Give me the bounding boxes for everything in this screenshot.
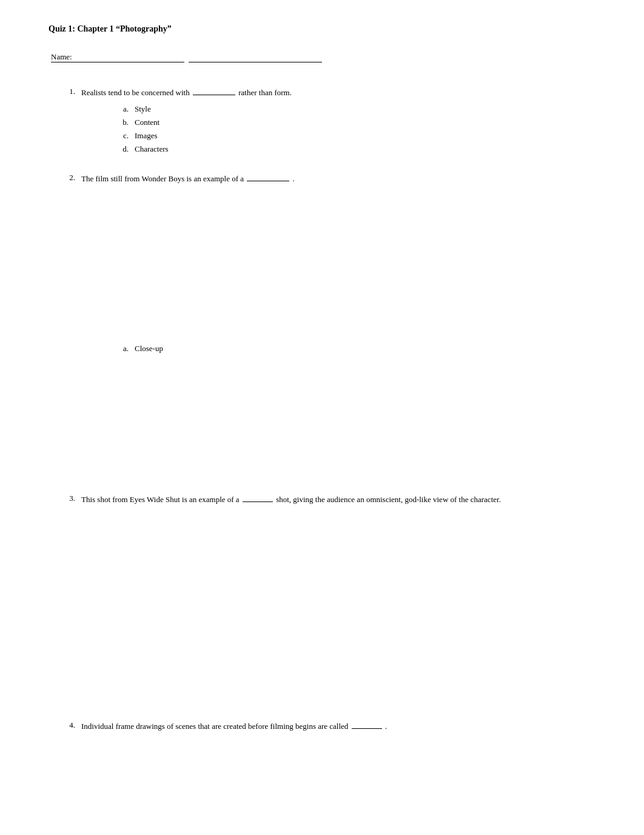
q1-option-c-text: Images [135, 129, 158, 143]
question-2-number: 2. [61, 173, 75, 356]
q1-option-a: a. Style [118, 102, 595, 116]
q2-options: a. Close-up [118, 342, 595, 355]
q1-option-c-letter: c. [118, 129, 129, 143]
q2-q3-spacer [61, 372, 595, 494]
q2-image-space [81, 188, 595, 340]
q1-option-b: b. Content [118, 116, 595, 129]
q1-option-d: d. Characters [118, 143, 595, 156]
q2-blank [247, 181, 289, 181]
question-3-text: This shot from Eyes Wide Shut is an exam… [81, 494, 595, 506]
q1-text-before: Realists tend to be concerned with [81, 88, 190, 97]
q4-text-after: . [385, 722, 387, 731]
q1-option-a-text: Style [135, 102, 151, 116]
name-field: Name: [49, 52, 595, 62]
q2-text-before: The film still from Wonder Boys is an ex… [81, 174, 244, 183]
question-4-body: Individual frame drawings of scenes that… [81, 720, 595, 736]
page-title: Quiz 1: Chapter 1 “Photography” [49, 24, 595, 34]
question-3-body: This shot from Eyes Wide Shut is an exam… [81, 494, 595, 509]
question-1-text: Realists tend to be concerned with rathe… [81, 87, 595, 99]
q1-option-d-letter: d. [118, 143, 129, 156]
q2-text-after: . [293, 174, 295, 183]
q1-option-d-text: Characters [135, 143, 169, 156]
q1-option-b-text: Content [135, 116, 159, 129]
question-2: 2. The film still from Wonder Boys is an… [61, 173, 595, 356]
question-1-body: Realists tend to be concerned with rathe… [81, 87, 595, 156]
q2-option-a-letter: a. [118, 342, 129, 355]
q1-option-c: c. Images [118, 129, 595, 143]
question-4: 4. Individual frame drawings of scenes t… [61, 720, 595, 736]
question-3-number: 3. [61, 494, 75, 509]
question-1: 1. Realists tend to be concerned with ra… [61, 87, 595, 156]
question-4-number: 4. [61, 720, 75, 736]
q2-option-a: a. Close-up [118, 342, 595, 355]
q4-blank [352, 728, 382, 729]
question-2-body: The film still from Wonder Boys is an ex… [81, 173, 595, 356]
question-3: 3. This shot from Eyes Wide Shut is an e… [61, 494, 595, 509]
q3-text-after: shot, giving the audience an omniscient,… [276, 495, 501, 504]
q1-options: a. Style b. Content c. Images d. Charact… [118, 102, 595, 156]
q1-blank [193, 95, 235, 95]
q1-option-b-letter: b. [118, 116, 129, 129]
q3-blank [243, 501, 273, 502]
q4-text-before: Individual frame drawings of scenes that… [81, 722, 348, 731]
question-1-number: 1. [61, 87, 75, 156]
question-2-text: The film still from Wonder Boys is an ex… [81, 173, 595, 185]
q1-text-after: rather than form. [238, 88, 292, 97]
q1-option-a-letter: a. [118, 102, 129, 116]
q2-option-a-text: Close-up [135, 342, 163, 355]
question-4-text: Individual frame drawings of scenes that… [81, 720, 595, 733]
q3-image-space [61, 526, 595, 720]
name-label: Name: [51, 52, 184, 62]
questions-container: 1. Realists tend to be concerned with ra… [61, 87, 595, 736]
name-underline [189, 62, 322, 62]
q3-text-before: This shot from Eyes Wide Shut is an exam… [81, 495, 240, 504]
